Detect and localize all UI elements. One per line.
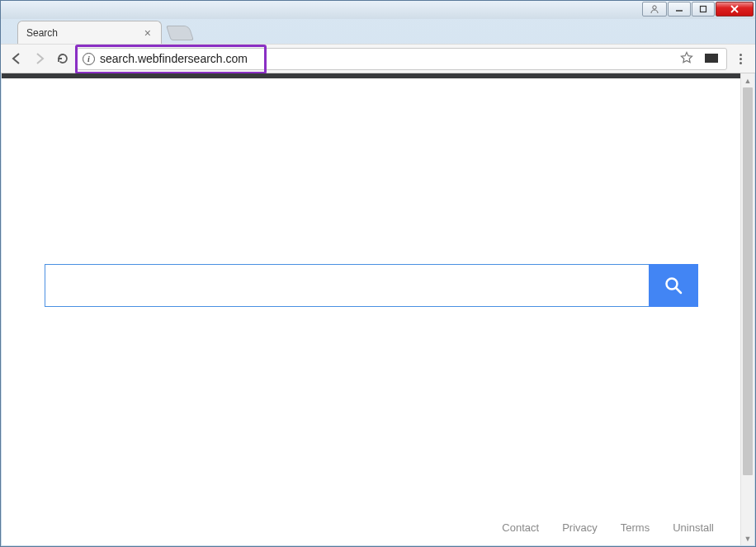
forward-button[interactable]: [31, 50, 49, 68]
scrollbar-thumb[interactable]: [743, 87, 753, 475]
tab-strip: Search ×: [1, 19, 755, 44]
menu-button[interactable]: [732, 54, 749, 64]
scroll-down-icon[interactable]: ▼: [741, 531, 754, 545]
window-minimize-button[interactable]: [668, 2, 691, 17]
vertical-scrollbar[interactable]: ▲ ▼: [740, 73, 754, 545]
search-row: [45, 264, 698, 307]
reload-button[interactable]: [54, 50, 72, 68]
footer-link-privacy[interactable]: Privacy: [562, 521, 598, 534]
search-button[interactable]: [649, 264, 698, 307]
svg-line-6: [676, 288, 681, 293]
footer-link-contact[interactable]: Contact: [502, 521, 539, 534]
search-input[interactable]: [45, 264, 649, 307]
url-text: search.webfindersearch.com: [100, 52, 672, 65]
search-area: [2, 78, 740, 509]
footer-link-uninstall[interactable]: Uninstall: [673, 521, 714, 534]
window-user-button[interactable]: [642, 2, 667, 17]
footer-link-terms[interactable]: Terms: [621, 521, 650, 534]
viewport: Contact Privacy Terms Uninstall ▲ ▼: [2, 73, 754, 545]
tab-title: Search: [26, 27, 143, 39]
back-button[interactable]: [7, 50, 26, 68]
address-bar[interactable]: i search.webfindersearch.com: [77, 48, 727, 70]
window-maximize-button[interactable]: [692, 2, 715, 17]
scroll-up-icon[interactable]: ▲: [741, 73, 754, 87]
page-content: Contact Privacy Terms Uninstall: [2, 73, 740, 545]
footer: Contact Privacy Terms Uninstall: [2, 509, 740, 545]
close-tab-icon[interactable]: ×: [143, 27, 153, 39]
window-close-button[interactable]: [716, 2, 754, 17]
site-info-icon[interactable]: i: [83, 53, 95, 65]
svg-point-0: [653, 6, 656, 9]
browser-tab[interactable]: Search ×: [17, 21, 162, 44]
browser-toolbar: i search.webfindersearch.com: [1, 44, 755, 73]
svg-rect-2: [701, 7, 706, 12]
window-titlebar: [1, 1, 755, 19]
new-tab-button[interactable]: [166, 26, 194, 40]
search-icon: [664, 276, 683, 295]
cast-icon[interactable]: [702, 53, 721, 65]
bookmark-star-icon[interactable]: [677, 51, 697, 67]
